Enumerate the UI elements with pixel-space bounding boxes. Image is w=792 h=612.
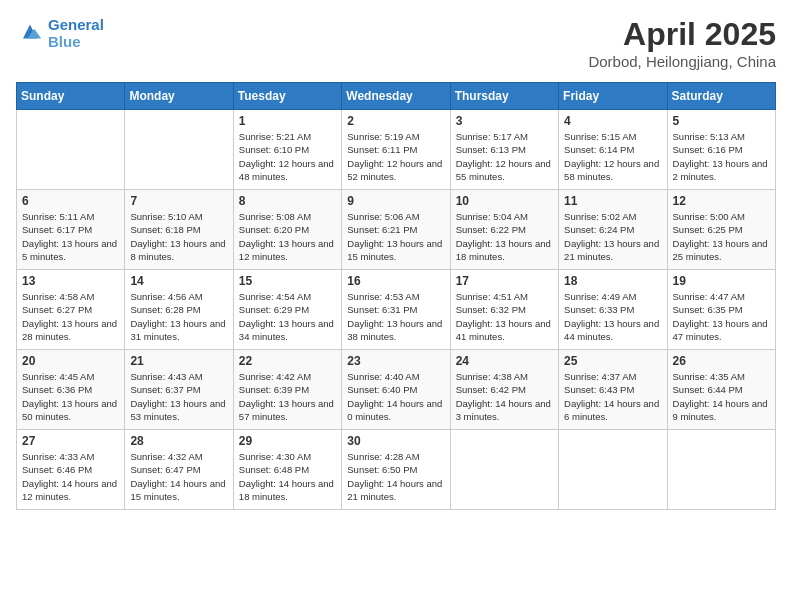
logo-text: General Blue [48, 16, 104, 50]
calendar-day-cell: 10Sunrise: 5:04 AM Sunset: 6:22 PM Dayli… [450, 190, 558, 270]
day-number: 29 [239, 434, 336, 448]
day-info: Sunrise: 4:40 AM Sunset: 6:40 PM Dayligh… [347, 370, 444, 423]
day-info: Sunrise: 5:04 AM Sunset: 6:22 PM Dayligh… [456, 210, 553, 263]
day-number: 23 [347, 354, 444, 368]
calendar-day-cell: 18Sunrise: 4:49 AM Sunset: 6:33 PM Dayli… [559, 270, 667, 350]
day-info: Sunrise: 5:13 AM Sunset: 6:16 PM Dayligh… [673, 130, 770, 183]
calendar-day-cell: 6Sunrise: 5:11 AM Sunset: 6:17 PM Daylig… [17, 190, 125, 270]
day-number: 9 [347, 194, 444, 208]
day-number: 18 [564, 274, 661, 288]
calendar-week-row: 27Sunrise: 4:33 AM Sunset: 6:46 PM Dayli… [17, 430, 776, 510]
day-number: 19 [673, 274, 770, 288]
day-of-week-header: Wednesday [342, 83, 450, 110]
day-number: 27 [22, 434, 119, 448]
day-info: Sunrise: 4:47 AM Sunset: 6:35 PM Dayligh… [673, 290, 770, 343]
calendar-day-cell: 21Sunrise: 4:43 AM Sunset: 6:37 PM Dayli… [125, 350, 233, 430]
day-info: Sunrise: 4:56 AM Sunset: 6:28 PM Dayligh… [130, 290, 227, 343]
calendar-day-cell: 28Sunrise: 4:32 AM Sunset: 6:47 PM Dayli… [125, 430, 233, 510]
calendar-day-cell: 12Sunrise: 5:00 AM Sunset: 6:25 PM Dayli… [667, 190, 775, 270]
calendar-day-cell [125, 110, 233, 190]
month-title: April 2025 [588, 16, 776, 53]
day-info: Sunrise: 4:54 AM Sunset: 6:29 PM Dayligh… [239, 290, 336, 343]
day-info: Sunrise: 4:37 AM Sunset: 6:43 PM Dayligh… [564, 370, 661, 423]
calendar-day-cell: 26Sunrise: 4:35 AM Sunset: 6:44 PM Dayli… [667, 350, 775, 430]
day-number: 28 [130, 434, 227, 448]
calendar-day-cell: 8Sunrise: 5:08 AM Sunset: 6:20 PM Daylig… [233, 190, 341, 270]
day-number: 24 [456, 354, 553, 368]
calendar-week-row: 20Sunrise: 4:45 AM Sunset: 6:36 PM Dayli… [17, 350, 776, 430]
day-number: 8 [239, 194, 336, 208]
day-info: Sunrise: 5:19 AM Sunset: 6:11 PM Dayligh… [347, 130, 444, 183]
day-info: Sunrise: 5:08 AM Sunset: 6:20 PM Dayligh… [239, 210, 336, 263]
calendar-day-cell: 29Sunrise: 4:30 AM Sunset: 6:48 PM Dayli… [233, 430, 341, 510]
day-info: Sunrise: 5:00 AM Sunset: 6:25 PM Dayligh… [673, 210, 770, 263]
calendar-day-cell: 23Sunrise: 4:40 AM Sunset: 6:40 PM Dayli… [342, 350, 450, 430]
day-info: Sunrise: 4:28 AM Sunset: 6:50 PM Dayligh… [347, 450, 444, 503]
calendar-day-cell: 27Sunrise: 4:33 AM Sunset: 6:46 PM Dayli… [17, 430, 125, 510]
day-number: 21 [130, 354, 227, 368]
calendar-week-row: 6Sunrise: 5:11 AM Sunset: 6:17 PM Daylig… [17, 190, 776, 270]
day-info: Sunrise: 4:30 AM Sunset: 6:48 PM Dayligh… [239, 450, 336, 503]
calendar-day-cell: 30Sunrise: 4:28 AM Sunset: 6:50 PM Dayli… [342, 430, 450, 510]
calendar-day-cell: 2Sunrise: 5:19 AM Sunset: 6:11 PM Daylig… [342, 110, 450, 190]
calendar-table: SundayMondayTuesdayWednesdayThursdayFrid… [16, 82, 776, 510]
day-info: Sunrise: 4:51 AM Sunset: 6:32 PM Dayligh… [456, 290, 553, 343]
day-number: 25 [564, 354, 661, 368]
calendar-day-cell: 14Sunrise: 4:56 AM Sunset: 6:28 PM Dayli… [125, 270, 233, 350]
day-info: Sunrise: 4:43 AM Sunset: 6:37 PM Dayligh… [130, 370, 227, 423]
calendar-week-row: 13Sunrise: 4:58 AM Sunset: 6:27 PM Dayli… [17, 270, 776, 350]
calendar-day-cell: 4Sunrise: 5:15 AM Sunset: 6:14 PM Daylig… [559, 110, 667, 190]
day-number: 22 [239, 354, 336, 368]
day-info: Sunrise: 4:32 AM Sunset: 6:47 PM Dayligh… [130, 450, 227, 503]
calendar-header-row: SundayMondayTuesdayWednesdayThursdayFrid… [17, 83, 776, 110]
day-number: 7 [130, 194, 227, 208]
day-info: Sunrise: 5:10 AM Sunset: 6:18 PM Dayligh… [130, 210, 227, 263]
day-info: Sunrise: 5:15 AM Sunset: 6:14 PM Dayligh… [564, 130, 661, 183]
day-number: 5 [673, 114, 770, 128]
calendar-day-cell: 9Sunrise: 5:06 AM Sunset: 6:21 PM Daylig… [342, 190, 450, 270]
day-info: Sunrise: 5:06 AM Sunset: 6:21 PM Dayligh… [347, 210, 444, 263]
calendar-day-cell [17, 110, 125, 190]
location: Dorbod, Heilongjiang, China [588, 53, 776, 70]
calendar-day-cell: 13Sunrise: 4:58 AM Sunset: 6:27 PM Dayli… [17, 270, 125, 350]
day-number: 4 [564, 114, 661, 128]
day-info: Sunrise: 4:49 AM Sunset: 6:33 PM Dayligh… [564, 290, 661, 343]
calendar-day-cell: 3Sunrise: 5:17 AM Sunset: 6:13 PM Daylig… [450, 110, 558, 190]
calendar-day-cell: 1Sunrise: 5:21 AM Sunset: 6:10 PM Daylig… [233, 110, 341, 190]
day-number: 20 [22, 354, 119, 368]
calendar-day-cell: 16Sunrise: 4:53 AM Sunset: 6:31 PM Dayli… [342, 270, 450, 350]
day-number: 10 [456, 194, 553, 208]
calendar-day-cell: 25Sunrise: 4:37 AM Sunset: 6:43 PM Dayli… [559, 350, 667, 430]
day-number: 12 [673, 194, 770, 208]
calendar-day-cell: 19Sunrise: 4:47 AM Sunset: 6:35 PM Dayli… [667, 270, 775, 350]
day-number: 11 [564, 194, 661, 208]
day-number: 2 [347, 114, 444, 128]
calendar-day-cell: 24Sunrise: 4:38 AM Sunset: 6:42 PM Dayli… [450, 350, 558, 430]
calendar-day-cell: 17Sunrise: 4:51 AM Sunset: 6:32 PM Dayli… [450, 270, 558, 350]
day-of-week-header: Sunday [17, 83, 125, 110]
calendar-day-cell: 20Sunrise: 4:45 AM Sunset: 6:36 PM Dayli… [17, 350, 125, 430]
calendar-day-cell [559, 430, 667, 510]
day-info: Sunrise: 4:53 AM Sunset: 6:31 PM Dayligh… [347, 290, 444, 343]
day-info: Sunrise: 4:45 AM Sunset: 6:36 PM Dayligh… [22, 370, 119, 423]
day-info: Sunrise: 5:21 AM Sunset: 6:10 PM Dayligh… [239, 130, 336, 183]
calendar-day-cell: 11Sunrise: 5:02 AM Sunset: 6:24 PM Dayli… [559, 190, 667, 270]
day-number: 15 [239, 274, 336, 288]
calendar-day-cell: 5Sunrise: 5:13 AM Sunset: 6:16 PM Daylig… [667, 110, 775, 190]
day-number: 26 [673, 354, 770, 368]
calendar-day-cell [450, 430, 558, 510]
day-of-week-header: Monday [125, 83, 233, 110]
day-number: 6 [22, 194, 119, 208]
day-info: Sunrise: 5:02 AM Sunset: 6:24 PM Dayligh… [564, 210, 661, 263]
day-info: Sunrise: 4:42 AM Sunset: 6:39 PM Dayligh… [239, 370, 336, 423]
day-number: 17 [456, 274, 553, 288]
calendar-day-cell: 15Sunrise: 4:54 AM Sunset: 6:29 PM Dayli… [233, 270, 341, 350]
day-info: Sunrise: 5:11 AM Sunset: 6:17 PM Dayligh… [22, 210, 119, 263]
day-number: 13 [22, 274, 119, 288]
day-number: 14 [130, 274, 227, 288]
day-number: 1 [239, 114, 336, 128]
day-number: 3 [456, 114, 553, 128]
logo-icon [16, 19, 44, 47]
day-info: Sunrise: 4:58 AM Sunset: 6:27 PM Dayligh… [22, 290, 119, 343]
title-block: April 2025 Dorbod, Heilongjiang, China [588, 16, 776, 70]
